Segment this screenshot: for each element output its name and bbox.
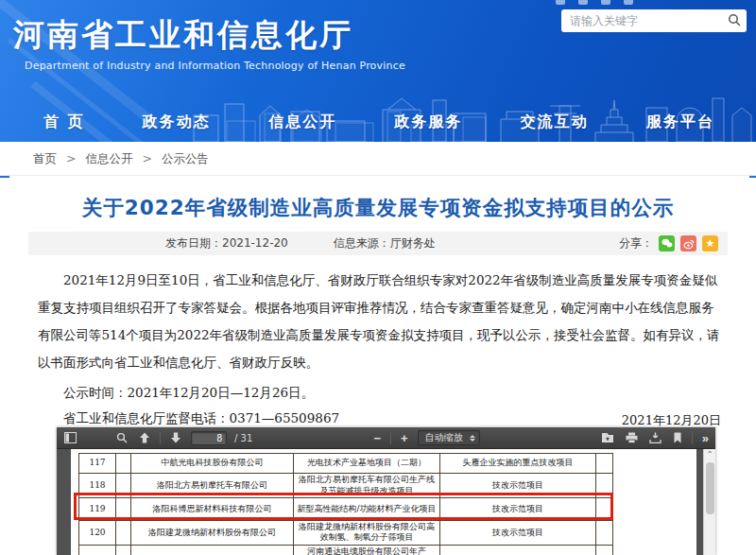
breadcrumb: 首页 > 信息公开 > 公示公告 <box>33 151 209 167</box>
site-header: 河南省工业和信息化厅 Department of Industry and In… <box>0 0 756 142</box>
cell-project: 河南通达电缆股份有限公司年产134000公里轨道交通直流和特种电缆项目 <box>294 545 440 555</box>
nav-item-interaction[interactable]: 交流互动 <box>521 113 589 132</box>
open-file-icon[interactable] <box>599 427 616 448</box>
nav-item-news[interactable]: 政务动态 <box>143 113 211 132</box>
cell-company: 洛阳建龙微纳新材料股份有限公司 <box>131 521 294 546</box>
site-subtitle: Department of Industry and Information T… <box>25 60 405 72</box>
sidebar-toggle-icon[interactable] <box>62 427 78 448</box>
info-source: 信息来源：厅财务处 <box>334 235 436 251</box>
weibo-share-icon[interactable] <box>680 235 696 251</box>
cell-no: 121 <box>79 545 116 555</box>
cell-no: 120 <box>79 521 116 546</box>
table-row: 121 河南通达电缆股份有限公司 河南通达电缆股份有限公司年产134000公里轨… <box>79 545 613 555</box>
cell-company: 中航光电科技股份有限公司 <box>131 454 294 474</box>
site-search <box>561 9 747 32</box>
zoom-out-button[interactable]: − <box>371 427 383 448</box>
breadcrumb-section[interactable]: 信息公开 <box>85 151 132 165</box>
zoom-select-caret-icon <box>470 435 475 442</box>
toolbar-more-button[interactable]: » <box>700 427 710 448</box>
red-highlight-box <box>74 493 613 520</box>
download-icon[interactable] <box>647 427 663 448</box>
wechat-share-icon[interactable] <box>659 235 675 251</box>
page-total: / 31 <box>234 433 252 443</box>
cell-type: 头雁企业实施的重点技改项目 <box>440 454 596 474</box>
table-row: 117 中航光电科技股份有限公司 光电技术产业基地项目（二期） 头雁企业实施的重… <box>79 454 613 474</box>
nav-item-services[interactable]: 政务服务 <box>394 113 462 132</box>
cell-type: 技改示范项目 <box>440 521 596 546</box>
pdf-page-area: 117 中航光电科技股份有限公司 光电技术产业基地项目（二期） 头雁企业实施的重… <box>57 449 715 555</box>
bookmark-icon[interactable] <box>671 427 684 448</box>
publish-date: 发布日期：2021-12-20 <box>165 235 288 251</box>
zoom-select[interactable]: 自动缩放 <box>418 430 480 445</box>
page-down-icon[interactable] <box>168 427 183 448</box>
nav-item-platform[interactable]: 服务平台 <box>646 113 714 132</box>
cell-company: 河南通达电缆股份有限公司 <box>131 545 294 555</box>
pdf-scrollbar[interactable]: ⌃ <box>703 449 715 555</box>
breadcrumb-separator: > <box>142 151 151 165</box>
paragraph-public-period: 公示时间：2021年12月20日—12月26日。 <box>38 383 724 402</box>
search-input[interactable] <box>561 14 722 27</box>
pdf-viewer: / 31 − + 自动缩放 » <box>57 427 715 555</box>
page-up-icon[interactable] <box>137 427 152 448</box>
scrollbar-thumb[interactable] <box>706 462 714 514</box>
nav-item-home[interactable]: 首 页 <box>43 113 85 132</box>
search-icon <box>728 13 741 29</box>
site-title: 河南省工业和信息化厅 <box>13 14 353 57</box>
share-widget: 分享： ★ <box>619 235 728 251</box>
cell-type: 技改示范项目 <box>440 545 596 555</box>
zoom-in-button[interactable]: + <box>399 427 410 448</box>
main-nav: 首 页 政务动态 信息公开 政务服务 交流互动 服务平台 <box>0 102 756 142</box>
breadcrumb-home[interactable]: 首页 <box>33 151 57 165</box>
cell-no: 117 <box>79 454 116 474</box>
qzone-share-icon[interactable]: ★ <box>702 235 718 251</box>
breadcrumb-separator: > <box>66 151 76 165</box>
scroll-up-icon[interactable]: ⌃ <box>704 449 715 460</box>
article-meta-bar: 发布日期：2021-12-20 信息来源：厅财务处 分享： ★ <box>28 232 728 255</box>
pdf-toolbar: / 31 − + 自动缩放 » <box>57 427 715 449</box>
page: 河南省工业和信息化厅 Department of Industry and In… <box>0 0 756 555</box>
nav-item-info-disclosure[interactable]: 信息公开 <box>268 113 336 132</box>
cell-project: 洛阳建龙微纳新材料股份有限公司高效制氢、制氧分子筛项目 <box>294 521 440 546</box>
share-label: 分享： <box>619 235 653 251</box>
article-title: 关于2022年省级制造业高质量发展专项资金拟支持项目的公示 <box>0 194 756 221</box>
table-row: 120 洛阳建龙微纳新材料股份有限公司 洛阳建龙微纳新材料股份有限公司高效制氢、… <box>79 521 613 546</box>
search-icon[interactable] <box>114 427 129 448</box>
paragraph: 2021年12月9日至10日，省工业和信息化厅、省财政厅联合组织专家对2022年… <box>38 267 724 376</box>
page-number-input[interactable] <box>191 431 227 445</box>
print-icon[interactable] <box>624 427 640 448</box>
cell-project: 光电技术产业基地项目（二期） <box>294 454 440 474</box>
topbar-mini-icons <box>556 0 633 5</box>
search-button[interactable] <box>722 9 747 32</box>
breadcrumb-current: 公示公告 <box>162 151 209 165</box>
